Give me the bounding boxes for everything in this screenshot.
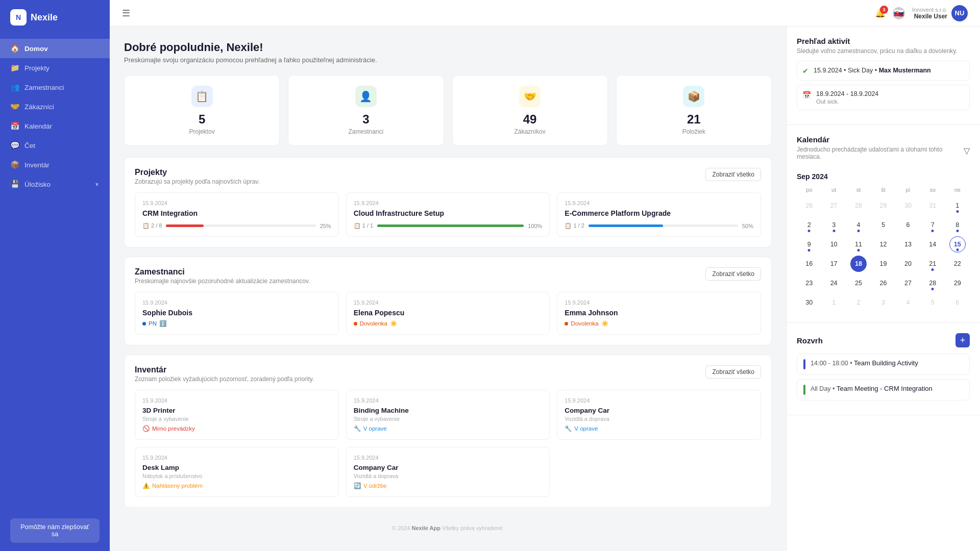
project-card-2[interactable]: 15.9.2024 E-Commerce Platform Upgrade 📋 … — [557, 192, 761, 237]
cal-day-0-2[interactable]: 28 — [846, 196, 871, 215]
cal-day-2-0[interactable]: 9 — [797, 235, 821, 254]
cal-day-0-5[interactable]: 31 — [920, 196, 945, 215]
inv-name-3: Desk Lamp — [142, 464, 331, 471]
sidebar-item-domov[interactable]: 🏠Domov — [0, 39, 110, 58]
schedule-event-1: Team Meeting - CRM Integration — [837, 385, 933, 392]
check-icon: ✔ — [802, 67, 808, 75]
footer-rights: Všetky práva vyhradené. — [442, 525, 504, 531]
cal-day-1-2[interactable]: 4 — [846, 215, 871, 235]
sidebar-bottom: Pomôžte nám zlepšovať sa — [0, 510, 110, 551]
cal-day-wrap-2-6: 15 — [949, 236, 966, 253]
cal-day-2-3[interactable]: 12 — [871, 235, 895, 254]
cal-day-5-3[interactable]: 3 — [871, 293, 895, 312]
cal-day-2-2[interactable]: 11 — [846, 235, 871, 254]
cal-day-1-1[interactable]: 3 — [821, 215, 846, 235]
cal-day-1-0[interactable]: 2 — [797, 215, 821, 235]
cal-day-3-6[interactable]: 22 — [945, 254, 970, 273]
cal-header-pi: pi — [896, 185, 920, 196]
footer: © 2024 Nexile App Všetky práva vyhradené… — [124, 517, 772, 536]
inv-status-icon-4: 🔄 — [354, 482, 361, 489]
cal-day-5-1[interactable]: 1 — [821, 293, 846, 312]
cal-day-4-5[interactable]: 28 — [920, 273, 945, 293]
cal-day-0-1[interactable]: 27 — [821, 196, 846, 215]
sidebar-item-kalendar[interactable]: 📅Kalendár — [0, 116, 110, 136]
sidebar-item-ulozisko[interactable]: 💾Úložisko▼ — [0, 174, 110, 194]
cal-day-5-5[interactable]: 5 — [920, 293, 945, 312]
employee-card-0[interactable]: 15.9.2024 Sophie Dubois PN ℹ️ — [135, 292, 339, 335]
stat-card-1: 👤 3 Zamestnanci — [288, 75, 444, 146]
cal-day-wrap-1-0: 2 — [801, 217, 817, 233]
cal-day-wrap-3-0: 16 — [801, 256, 817, 272]
cal-day-0-0[interactable]: 26 — [797, 196, 821, 215]
cal-day-5-6[interactable]: 6 — [945, 293, 970, 312]
cal-day-3-2[interactable]: 18 — [846, 254, 871, 273]
sidebar-item-projekty[interactable]: 📁Projekty — [0, 58, 110, 78]
cal-day-0-6[interactable]: 1 — [945, 196, 970, 215]
cal-day-wrap-5-6: 6 — [949, 294, 966, 311]
notifications-button[interactable]: 🔔 3 — [875, 8, 886, 18]
cal-day-wrap-3-2: 18 — [850, 256, 867, 272]
employees-show-all[interactable]: Zobraziť všetko — [705, 267, 761, 281]
stats-grid: 📋 5 Projektov 👤 3 Zamestnanci 🤝 49 Zákaz… — [124, 75, 772, 146]
projects-show-all[interactable]: Zobraziť všetko — [705, 168, 761, 181]
cal-day-5-2[interactable]: 2 — [846, 293, 871, 312]
cal-day-5-0[interactable]: 30 — [797, 293, 821, 312]
cal-day-0-4[interactable]: 30 — [896, 196, 920, 215]
inventory-card-3[interactable]: 15.9.2024 Desk Lamp Nábytok a príslušens… — [135, 447, 339, 497]
cal-day-1-6[interactable]: 8 — [945, 215, 970, 235]
user-name: Nexile User — [912, 13, 947, 20]
cal-day-3-5[interactable]: 21 — [920, 254, 945, 273]
cal-day-0-3[interactable]: 29 — [871, 196, 895, 215]
stat-label-0: Projektov — [135, 128, 269, 135]
employee-card-1[interactable]: 15.9.2024 Elena Popescu Dovolenka ☀️ — [346, 292, 550, 335]
cal-day-wrap-2-1: 10 — [826, 236, 842, 253]
cal-day-4-3[interactable]: 26 — [871, 273, 895, 293]
sidebar-item-chet[interactable]: 💬Čet — [0, 136, 110, 155]
sidebar-item-zamestnanci[interactable]: 👥Zamestnanci — [0, 78, 110, 97]
hamburger-icon[interactable]: ☰ — [122, 8, 130, 19]
sidebar-item-zakaznici[interactable]: 🤝Zákazníci — [0, 97, 110, 116]
employee-card-2[interactable]: 15.9.2024 Emma Johnson Dovolenka ☀️ — [557, 292, 761, 335]
inventory-card-1[interactable]: 15.9.2024 Binding Machine Stroje a vybav… — [346, 390, 550, 440]
cal-day-4-2[interactable]: 25 — [846, 273, 871, 293]
calendar-filter-button[interactable]: ▽ — [964, 146, 970, 156]
cal-day-2-1[interactable]: 10 — [821, 235, 846, 254]
cal-day-1-4[interactable]: 6 — [896, 215, 920, 235]
cal-day-2-5[interactable]: 14 — [920, 235, 945, 254]
main-panel: Dobré popoludnie, Nexile! Preskúmajte sv… — [110, 27, 786, 551]
cal-day-1-5[interactable]: 7 — [920, 215, 945, 235]
project-card-1[interactable]: 15.9.2024 Cloud Infrastructure Setup 📋 1… — [346, 192, 550, 237]
inventory-card-2[interactable]: 15.9.2024 Company Car Vozidlá a doprava … — [557, 390, 761, 440]
cal-day-4-0[interactable]: 23 — [797, 273, 821, 293]
cal-day-3-1[interactable]: 17 — [821, 254, 846, 273]
nav-icon-domov: 🏠 — [10, 44, 19, 53]
cal-day-5-4[interactable]: 4 — [896, 293, 920, 312]
cal-day-wrap-4-0: 23 — [801, 275, 817, 291]
cal-day-2-4[interactable]: 13 — [896, 235, 920, 254]
user-info[interactable]: Innovent s.r.o. Nexile User NU — [912, 5, 968, 21]
cal-day-2-6[interactable]: 15 — [945, 235, 970, 254]
footer-year: © 2024 — [392, 525, 410, 531]
inventory-card-4[interactable]: 15.9.2024 Company Car Vozidlá a doprava … — [346, 447, 550, 497]
top-bar-right: 🔔 3 🇸🇰 Innovent s.r.o. Nexile User NU — [875, 5, 968, 21]
calendar-header: Kalendár Jednoducho prechádzajte udalosť… — [797, 135, 970, 166]
cal-day-3-4[interactable]: 20 — [896, 254, 920, 273]
cal-day-1-3[interactable]: 5 — [871, 215, 895, 235]
project-card-0[interactable]: 15.9.2024 CRM Integration 📋 2 / 8 25% — [135, 192, 339, 237]
sidebar-item-inventar[interactable]: 📦Inventár — [0, 155, 110, 174]
cal-day-3-0[interactable]: 16 — [797, 254, 821, 273]
cal-day-4-6[interactable]: 29 — [945, 273, 970, 293]
inventory-show-all[interactable]: Zobraziť všetko — [705, 365, 761, 379]
top-bar-left: ☰ — [122, 8, 130, 19]
cal-day-4-4[interactable]: 27 — [896, 273, 920, 293]
employees-section: Zamestnanci Preskúmajte najnovšie pozoru… — [124, 257, 772, 345]
language-flag[interactable]: 🇸🇰 — [893, 7, 905, 19]
inventory-card-0[interactable]: 15.9.2024 3D Printer Stroje a vybavenie … — [135, 390, 339, 440]
cal-day-wrap-0-0: 26 — [801, 197, 817, 214]
cal-day-4-1[interactable]: 24 — [821, 273, 846, 293]
cal-day-3-3[interactable]: 19 — [871, 254, 895, 273]
cal-dot-1-2 — [857, 230, 860, 232]
stat-label-3: Položiek — [627, 128, 761, 135]
add-schedule-button[interactable]: + — [955, 333, 970, 347]
help-button[interactable]: Pomôžte nám zlepšovať sa — [10, 518, 100, 543]
